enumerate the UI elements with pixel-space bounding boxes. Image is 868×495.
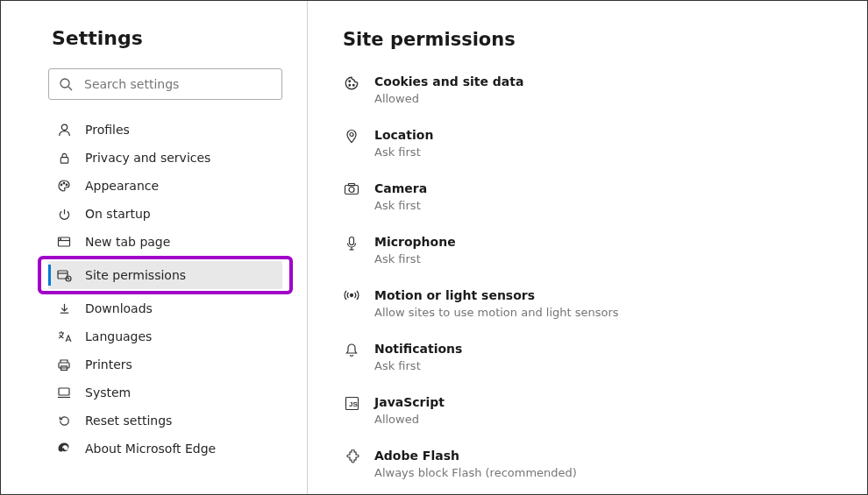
permission-title: Motion or light sensors — [374, 288, 832, 302]
permission-title: Notifications — [374, 342, 832, 356]
permission-subtitle: Allowed — [374, 413, 832, 426]
main-content: Site permissions Cookies and site data A… — [308, 1, 867, 494]
edge-icon — [55, 442, 73, 456]
lock-icon — [55, 152, 73, 165]
svg-rect-14 — [59, 363, 69, 368]
permission-location[interactable]: Location Ask first — [343, 128, 832, 159]
sidebar-item-about[interactable]: About Microsoft Edge — [48, 435, 282, 463]
sidebar-item-label: Profiles — [85, 123, 130, 137]
person-icon — [55, 123, 73, 138]
svg-rect-16 — [59, 388, 69, 395]
permission-javascript[interactable]: JS JavaScript Allowed — [343, 395, 832, 426]
palette-icon — [55, 179, 73, 193]
sidebar-item-downloads[interactable]: Downloads — [48, 294, 282, 322]
svg-point-19 — [349, 84, 351, 86]
sidebar-item-label: Printers — [85, 357, 132, 371]
location-icon — [343, 128, 360, 145]
svg-point-28 — [351, 294, 353, 297]
sidebar-item-languages[interactable]: Languages — [48, 322, 282, 350]
permission-title: Camera — [374, 181, 832, 195]
sidebar-item-label: Site permissions — [85, 268, 186, 282]
reset-icon — [55, 414, 73, 428]
svg-point-23 — [349, 187, 354, 193]
page-title: Site permissions — [343, 29, 832, 50]
permissions-icon — [55, 269, 73, 282]
system-icon — [55, 386, 73, 399]
svg-point-20 — [352, 84, 354, 86]
svg-point-2 — [61, 124, 67, 130]
settings-title: Settings — [52, 27, 282, 49]
languages-icon — [55, 330, 73, 343]
camera-icon — [343, 181, 360, 195]
svg-line-1 — [68, 87, 72, 90]
sidebar-item-newtab[interactable]: New tab page — [48, 228, 282, 256]
svg-point-6 — [66, 184, 68, 186]
permission-cookies[interactable]: Cookies and site data Allowed — [343, 74, 832, 105]
permission-title: Location — [374, 128, 832, 142]
sidebar-item-label: On startup — [85, 207, 151, 221]
sidebar-item-system[interactable]: System — [48, 378, 282, 407]
permission-sensors[interactable]: Motion or light sensors Allow sites to u… — [343, 288, 832, 319]
sidebar-item-label: Appearance — [85, 179, 159, 193]
svg-point-9 — [60, 238, 61, 239]
sidebar-item-label: Privacy and services — [85, 151, 210, 165]
sidebar-item-label: Reset settings — [85, 414, 172, 428]
permission-subtitle: Ask first — [374, 145, 832, 159]
svg-text:JS: JS — [349, 400, 358, 408]
svg-rect-24 — [349, 184, 355, 187]
sidebar-item-label: Languages — [85, 329, 152, 343]
settings-sidebar: Settings Profiles Privacy and services — [1, 1, 308, 494]
sidebar-item-label: New tab page — [85, 235, 170, 249]
permission-title: Cookies and site data — [374, 74, 832, 88]
permission-notifications[interactable]: Notifications Ask first — [343, 342, 832, 372]
sidebar-item-startup[interactable]: On startup — [48, 200, 282, 228]
svg-point-5 — [63, 182, 65, 184]
power-icon — [55, 208, 73, 221]
svg-rect-3 — [60, 157, 68, 163]
permission-microphone[interactable]: Microphone Ask first — [343, 235, 832, 265]
svg-rect-25 — [350, 237, 354, 245]
microphone-icon — [343, 235, 360, 251]
permission-flash[interactable]: Adobe Flash Always block Flash (recommen… — [343, 449, 832, 479]
svg-point-0 — [60, 79, 69, 88]
bell-icon — [343, 342, 360, 358]
sidebar-item-label: Downloads — [85, 301, 153, 315]
sidebar-item-privacy[interactable]: Privacy and services — [48, 144, 282, 172]
permission-title: JavaScript — [374, 395, 832, 409]
permission-subtitle: Allowed — [374, 92, 832, 105]
permission-camera[interactable]: Camera Ask first — [343, 181, 832, 212]
sidebar-item-profiles[interactable]: Profiles — [48, 116, 282, 144]
sensor-icon — [343, 288, 360, 301]
printer-icon — [55, 358, 73, 371]
permission-subtitle: Ask first — [374, 359, 832, 372]
sidebar-item-label: System — [85, 385, 131, 400]
selected-highlight: Site permissions — [38, 256, 293, 294]
sidebar-item-appearance[interactable]: Appearance — [48, 172, 282, 200]
svg-point-18 — [349, 81, 351, 82]
search-input[interactable] — [48, 68, 282, 100]
svg-point-21 — [350, 133, 353, 137]
sidebar-item-printers[interactable]: Printers — [48, 350, 282, 378]
sidebar-item-site-permissions[interactable]: Site permissions — [48, 261, 282, 289]
svg-point-4 — [60, 184, 62, 186]
permission-subtitle: Allow sites to use motion and light sens… — [374, 306, 832, 319]
sidebar-item-reset[interactable]: Reset settings — [48, 407, 282, 435]
permission-subtitle: Ask first — [374, 199, 832, 212]
permission-title: Adobe Flash — [374, 449, 832, 463]
download-icon — [55, 302, 73, 315]
javascript-icon: JS — [343, 395, 360, 411]
permission-subtitle: Ask first — [374, 252, 832, 265]
cookie-icon — [343, 74, 360, 91]
search-container — [48, 68, 282, 100]
puzzle-icon — [343, 449, 360, 464]
tab-icon — [55, 236, 73, 248]
permission-title: Microphone — [374, 235, 832, 249]
sidebar-item-label: About Microsoft Edge — [85, 442, 216, 456]
search-icon — [59, 77, 73, 91]
permission-subtitle: Always block Flash (recommended) — [374, 466, 832, 479]
